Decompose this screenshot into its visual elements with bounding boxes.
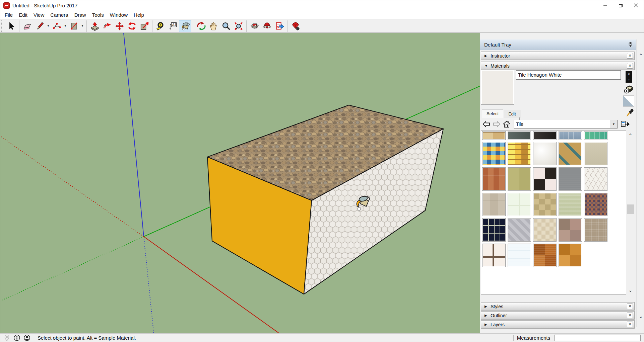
- tab-select[interactable]: Select: [482, 109, 503, 118]
- material-swatch-tile-khaki[interactable]: [508, 167, 531, 191]
- material-swatch-tile-green-mosaic[interactable]: [584, 131, 607, 140]
- panel-instructor-close-button[interactable]: ✕: [627, 53, 633, 59]
- menu-item-draw[interactable]: Draw: [71, 11, 89, 19]
- pin-icon[interactable]: [628, 42, 633, 47]
- minimize-button[interactable]: [597, 0, 613, 10]
- push-pull-tool-button[interactable]: [88, 20, 101, 32]
- menu-item-edit[interactable]: Edit: [16, 11, 30, 19]
- pan-tool-button[interactable]: [207, 20, 220, 32]
- panel-outliner[interactable]: ▶ Outliner ✕: [481, 311, 635, 320]
- material-swatch-tile-amber-glass-brick[interactable]: [508, 142, 531, 165]
- panel-materials[interactable]: ▼ Materials ✕: [481, 62, 635, 70]
- panel-styles[interactable]: ▶ Styles ✕: [481, 302, 635, 311]
- menu-item-tools[interactable]: Tools: [89, 11, 107, 19]
- close-button[interactable]: [628, 0, 644, 10]
- menu-item-window[interactable]: Window: [107, 11, 131, 19]
- material-swatch-tile-gray-weave[interactable]: [508, 218, 531, 242]
- material-swatch-tile-gray-grid[interactable]: [559, 167, 582, 191]
- menu-item-view[interactable]: View: [30, 11, 47, 19]
- credits-info-icon[interactable]: [13, 334, 20, 341]
- line-tool-dropdown[interactable]: ▼: [46, 20, 51, 32]
- arc-tool-dropdown[interactable]: ▼: [63, 20, 68, 32]
- details-button[interactable]: [620, 119, 630, 129]
- rotate-tool-button[interactable]: [126, 20, 138, 32]
- collection-dropdown[interactable]: Tile ▼: [514, 120, 618, 129]
- viewport-canvas[interactable]: [0, 33, 480, 334]
- panel-styles-close-button[interactable]: ✕: [627, 304, 633, 309]
- material-swatch-tile-mauve-marble[interactable]: [559, 218, 582, 242]
- follow-me-tool-button[interactable]: [101, 20, 113, 32]
- create-material-button[interactable]: [624, 84, 634, 94]
- tray-scroll-down-icon[interactable]: ⌄: [637, 314, 644, 319]
- geolocation-icon[interactable]: [3, 334, 10, 341]
- rectangle-tool-dropdown[interactable]: ▼: [80, 20, 85, 32]
- back-button[interactable]: [482, 120, 491, 128]
- export-button[interactable]: [273, 20, 285, 32]
- secondary-pane-button[interactable]: ▼＋: [626, 71, 632, 83]
- eraser-tool-button[interactable]: [21, 20, 34, 32]
- material-swatch-wood-parquet-dark[interactable]: [533, 244, 557, 267]
- get-models-button[interactable]: [248, 20, 261, 32]
- toolbar-grip[interactable]: [1, 20, 3, 32]
- active-material-preview[interactable]: [481, 70, 514, 105]
- material-swatch-tile-white-stone[interactable]: [533, 142, 557, 165]
- material-swatch-tile-hexagon-white[interactable]: [584, 167, 607, 191]
- text-tool-button[interactable]: A1: [167, 20, 179, 32]
- menu-item-camera[interactable]: Camera: [47, 11, 71, 19]
- material-swatch-tile-slate-black[interactable]: [533, 131, 557, 140]
- material-swatch-tile-diamond-inlay[interactable]: [559, 142, 582, 165]
- material-swatch-tile-slate-gray[interactable]: [508, 131, 531, 140]
- material-swatch-tile-taupe-squares[interactable]: [482, 193, 506, 216]
- forward-button[interactable]: [492, 120, 501, 128]
- line-tool-button[interactable]: [34, 20, 46, 32]
- zoom-extents-tool-button[interactable]: [232, 20, 245, 32]
- scale-tool-button[interactable]: [138, 20, 150, 32]
- menu-item-file[interactable]: File: [2, 11, 16, 19]
- orbit-tool-button[interactable]: [195, 20, 207, 32]
- material-swatch-tile-terracotta[interactable]: [482, 167, 506, 191]
- tray-scrollbar[interactable]: ⌃ ⌄: [636, 39, 644, 327]
- sample-paint-eyedropper-icon[interactable]: [625, 108, 635, 118]
- select-tool-button[interactable]: [5, 20, 17, 32]
- material-swatch-tile-white-cross[interactable]: [482, 244, 506, 267]
- modeling-viewport[interactable]: [0, 33, 480, 334]
- material-swatch-tile-navy-blue[interactable]: [482, 218, 506, 242]
- grid-scroll-up-icon[interactable]: ⌃: [626, 133, 635, 138]
- home-button[interactable]: [502, 120, 511, 128]
- maximize-button[interactable]: [613, 0, 628, 10]
- arc-tool-button[interactable]: [51, 20, 63, 32]
- grid-scrollbar-thumb[interactable]: [627, 204, 634, 214]
- ruby-console-button[interactable]: [289, 20, 302, 32]
- tape-measure-tool-button[interactable]: [154, 20, 167, 32]
- panel-layers[interactable]: ▶ Layers ✕: [481, 320, 635, 329]
- material-swatch-wood-parquet-light[interactable]: [559, 244, 582, 267]
- material-swatch-tile-multicolor-mosaic[interactable]: [482, 142, 506, 165]
- material-swatch-tile-taupe-grid[interactable]: [584, 218, 607, 242]
- material-swatch-tile-cream-stone[interactable]: [533, 218, 557, 242]
- panel-instructor[interactable]: ▶ Instructor ✕: [481, 52, 635, 60]
- paint-bucket-tool-button[interactable]: [179, 20, 191, 32]
- zoom-tool-button[interactable]: [220, 20, 232, 32]
- material-name-field[interactable]: Tile Hexagon White: [516, 70, 621, 80]
- material-swatch-tile-beige-brick[interactable]: [482, 131, 506, 140]
- material-swatch-tile-sage-linen[interactable]: [559, 193, 582, 216]
- tab-edit[interactable]: Edit: [504, 110, 520, 118]
- material-swatch-tile-beige-canvas[interactable]: [584, 142, 607, 165]
- grid-scrollbar[interactable]: ⌃ ⌄: [626, 130, 635, 295]
- material-swatch-tile-pale-green[interactable]: [508, 193, 531, 216]
- material-swatch-tile-rust-mosaic[interactable]: [584, 193, 607, 216]
- measurements-input[interactable]: [554, 335, 641, 341]
- menu-item-help[interactable]: Help: [131, 11, 147, 19]
- material-swatch-tile-tan-mosaic[interactable]: [533, 193, 557, 216]
- material-swatch-tile-checker-black-white[interactable]: [533, 167, 557, 191]
- panel-outliner-close-button[interactable]: ✕: [627, 313, 633, 318]
- material-swatch-tile-blue-mosaic[interactable]: [559, 131, 582, 140]
- default-material-button[interactable]: [623, 95, 634, 107]
- panel-materials-close-button[interactable]: ✕: [627, 63, 633, 69]
- sign-in-user-icon[interactable]: [23, 334, 30, 341]
- material-swatch-tile-white-faint[interactable]: [508, 244, 531, 267]
- move-tool-button[interactable]: [113, 20, 126, 32]
- tray-scroll-up-icon[interactable]: ⌃: [637, 53, 644, 58]
- grid-scroll-down-icon[interactable]: ⌄: [626, 288, 635, 293]
- rectangle-tool-button[interactable]: [68, 20, 80, 32]
